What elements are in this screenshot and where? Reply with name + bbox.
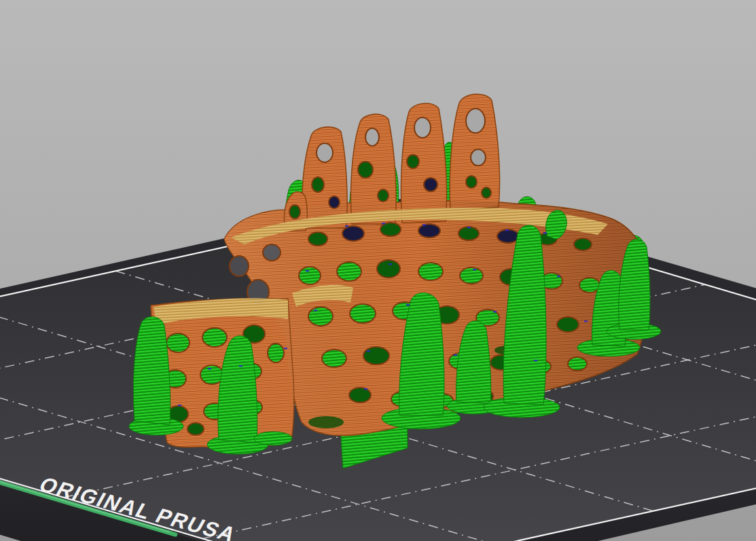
preview-canvas[interactable]: ORIGINAL PRUSA (0, 0, 756, 541)
slicer-viewport[interactable]: ORIGINAL PRUSA (0, 0, 756, 541)
